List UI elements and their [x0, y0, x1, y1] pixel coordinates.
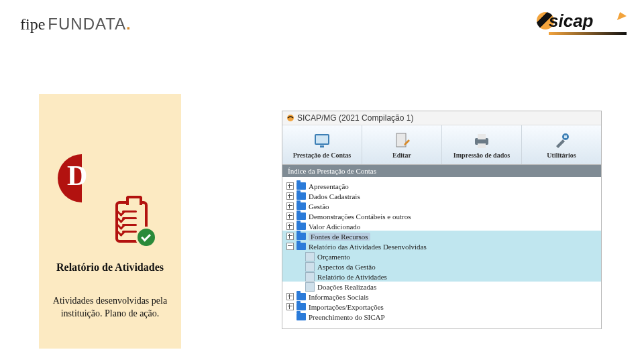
tree-item[interactable]: Apresentação [286, 181, 597, 191]
clipboard-check-icon [111, 196, 152, 243]
folder-icon [297, 192, 306, 200]
toolbar-utilitarios[interactable]: Utilitários [522, 125, 601, 164]
expand-icon[interactable] [286, 293, 294, 300]
tools-icon [552, 131, 571, 150]
tree-item[interactable]: Demonstrações Contábeis e outros [286, 211, 597, 221]
window-title-bar: SICAP/MG (2021 Compilação 1) [282, 111, 601, 125]
folder-icon [297, 202, 306, 210]
tree-item[interactable]: Dados Cadastrais [286, 191, 597, 201]
sicap-arrow-icon [617, 12, 628, 20]
svg-rect-7 [478, 143, 486, 148]
folder-icon [297, 243, 306, 250]
tree-item[interactable]: Valor Adicionado [286, 221, 597, 231]
tree-item[interactable]: Informações Sociais [286, 292, 597, 302]
svg-rect-9 [564, 135, 567, 138]
section-card-d: D Relatório de Atividades Atividades des… [39, 94, 181, 349]
sicap-logo: sicap [537, 8, 624, 35]
document-icon [305, 272, 315, 282]
collapse-icon[interactable] [286, 243, 294, 250]
document-icon [305, 252, 315, 261]
svg-rect-6 [478, 134, 486, 139]
expand-icon[interactable] [286, 202, 294, 210]
expand-icon[interactable] [286, 303, 294, 310]
expand-icon[interactable] [286, 233, 294, 240]
folder-icon [297, 182, 306, 190]
letter-badge: D [58, 154, 106, 202]
tree-child[interactable]: Doações Realizadas [286, 282, 597, 292]
folder-icon [297, 223, 306, 230]
app-icon [286, 114, 294, 122]
expand-icon[interactable] [286, 223, 294, 230]
tree-view: Apresentação Dados Cadastrais Gestão Dem… [282, 177, 601, 328]
brand-part2: FUNDATA [48, 15, 126, 33]
tree-child[interactable]: Orçamento [286, 251, 597, 261]
folder-icon [297, 303, 306, 310]
tree-child[interactable]: Relatório de Atividades [286, 272, 597, 282]
tree-item[interactable]: Gestão [286, 201, 597, 211]
sicap-underline [549, 32, 627, 35]
brand-sicap: sicap [537, 8, 624, 35]
toolbar-impressao[interactable]: Impressão de dados [442, 125, 522, 164]
brand-dot: . [126, 15, 131, 33]
edit-doc-icon [392, 131, 411, 150]
screen-icon [313, 131, 331, 150]
expand-icon[interactable] [286, 192, 294, 200]
tree-item[interactable]: Importações/Exportações [286, 302, 597, 312]
folder-icon [297, 313, 306, 320]
expand-icon[interactable] [286, 213, 294, 220]
card-title: Relatório de Atividades [39, 261, 181, 274]
brand-fipe-fundata: fipeFUNDATA. [20, 15, 131, 34]
document-icon [305, 262, 315, 272]
slide-header: fipeFUNDATA. sicap [0, 0, 644, 47]
sicap-app-window: SICAP/MG (2021 Compilação 1) Prestação d… [282, 111, 602, 329]
toolbar-prestacao[interactable]: Prestação de Contas [282, 125, 362, 164]
tree-item[interactable]: Preenchimento do SICAP [286, 312, 597, 322]
document-icon [305, 282, 315, 292]
folder-icon [297, 293, 306, 300]
folder-icon [297, 213, 306, 220]
sicap-logo-text: sicap [549, 11, 594, 32]
svg-rect-3 [320, 145, 324, 147]
check-circle-icon [136, 227, 157, 248]
index-header: Índice da Prestação de Contas [282, 165, 601, 177]
folder-icon [297, 233, 306, 240]
window-title: SICAP/MG (2021 Compilação 1) [297, 113, 413, 123]
brand-part1: fipe [20, 15, 45, 33]
printer-icon [472, 131, 491, 150]
tree-item-selected[interactable]: Fontes de Recursos [286, 231, 597, 241]
tree-item[interactable]: Relatório das Atividades Desenvolvidas [286, 241, 597, 251]
card-body: Atividades desenvolvidas pela instituiçã… [52, 295, 168, 320]
svg-rect-2 [316, 135, 328, 143]
tree-child[interactable]: Aspectos da Gestão [286, 261, 597, 272]
toolbar-editar[interactable]: Editar [362, 125, 442, 164]
toolbar: Prestação de Contas Editar Impressão de … [282, 125, 601, 165]
letter-d: D [67, 160, 87, 192]
expand-icon[interactable] [286, 182, 294, 190]
